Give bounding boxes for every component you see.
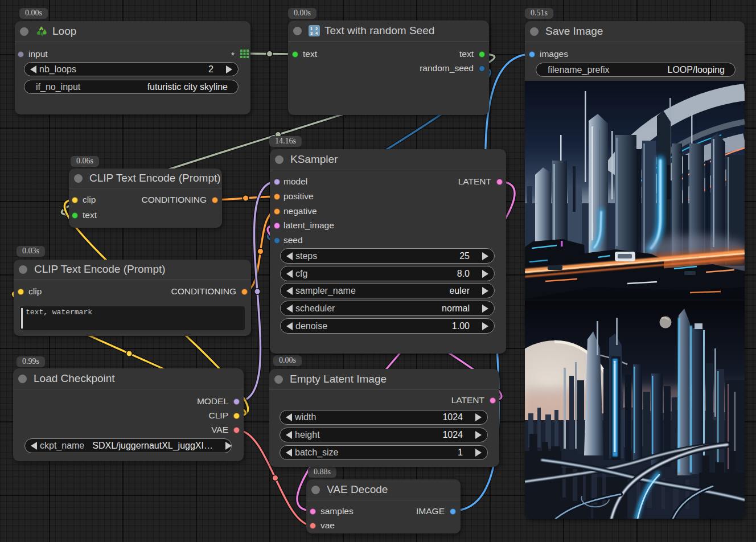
svg-text:3: 3 (310, 31, 313, 36)
